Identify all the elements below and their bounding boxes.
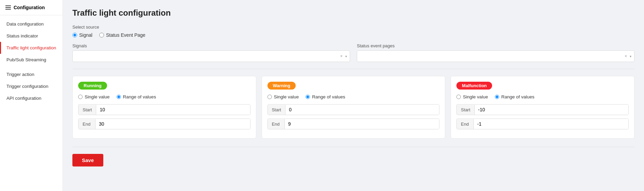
running-end-input[interactable] xyxy=(95,119,250,129)
signal-label: Signal xyxy=(79,32,92,38)
running-start-input[interactable] xyxy=(96,105,250,115)
warning-end-row: End xyxy=(267,118,440,129)
malfunction-start-input[interactable] xyxy=(475,105,628,115)
running-end-label: End xyxy=(79,119,95,129)
warning-end-input[interactable] xyxy=(285,119,439,129)
main-content: Traffic light configuration Select sourc… xyxy=(63,0,644,191)
page-title: Traffic light configuration xyxy=(72,8,634,18)
signal-radio-label[interactable]: Signal xyxy=(72,32,92,38)
bottom-divider xyxy=(72,147,634,147)
warning-range-of-values-label[interactable]: Range of values xyxy=(306,94,345,99)
signal-radio[interactable] xyxy=(72,33,77,37)
warning-end-label: End xyxy=(268,119,285,129)
running-start-label: Start xyxy=(79,105,96,115)
running-badge: Running xyxy=(78,82,107,90)
signals-label: Signals xyxy=(72,43,350,48)
malfunction-end-input[interactable] xyxy=(474,119,628,129)
sidebar-item-status-indicator[interactable]: Status indicator xyxy=(0,30,63,42)
running-single-value-label[interactable]: Single value xyxy=(78,94,110,99)
signals-dropdown[interactable]: × ▾ xyxy=(72,50,350,62)
malfunction-card: Malfunction Single value Range of values… xyxy=(451,76,634,139)
warning-card: Warning Single value Range of values Sta… xyxy=(262,76,446,139)
malfunction-end-row: End xyxy=(456,118,629,129)
warning-value-type-row: Single value Range of values xyxy=(267,94,440,99)
malfunction-range-radio[interactable] xyxy=(495,95,499,99)
malfunction-single-value-radio[interactable] xyxy=(456,95,461,99)
signals-clear-icon[interactable]: × xyxy=(340,54,343,59)
status-event-page-label: Status Event Page xyxy=(106,32,145,38)
malfunction-start-row: Start xyxy=(456,104,629,115)
dropdowns-row: Signals × ▾ Status event pages × ▾ xyxy=(72,43,634,62)
warning-start-row: Start xyxy=(267,104,440,115)
malfunction-badge: Malfunction xyxy=(456,82,492,90)
malfunction-value-type-row: Single value Range of values xyxy=(456,94,629,99)
status-event-page-radio-label[interactable]: Status Event Page xyxy=(99,32,145,38)
status-event-pages-group: Status event pages × ▾ xyxy=(357,43,634,62)
warning-badge: Warning xyxy=(267,82,296,90)
cards-row: Running Single value Range of values Sta… xyxy=(72,76,634,139)
sidebar-item-data-configuration[interactable]: Data configuration xyxy=(0,18,63,30)
warning-start-input[interactable] xyxy=(285,105,439,115)
source-radio-group: Signal Status Event Page xyxy=(72,32,634,38)
sidebar-item-api-configuration[interactable]: API configuration xyxy=(0,92,63,104)
status-event-page-radio[interactable] xyxy=(99,33,104,37)
sidebar-item-traffic-light-configuration[interactable]: Traffic light configuration xyxy=(0,42,63,54)
running-range-radio[interactable] xyxy=(117,95,121,99)
malfunction-end-label: End xyxy=(457,119,474,129)
sidebar-nav: Data configuration Status indicator Traf… xyxy=(0,15,63,107)
sidebar-item-trigger-action[interactable]: Trigger action xyxy=(0,68,63,80)
source-label: Select source xyxy=(72,25,634,30)
warning-single-value-label[interactable]: Single value xyxy=(267,94,299,99)
warning-start-label: Start xyxy=(268,105,285,115)
sidebar: Configuration Data configuration Status … xyxy=(0,0,63,191)
hamburger-icon[interactable] xyxy=(5,5,11,10)
running-start-row: Start xyxy=(78,104,250,115)
running-card: Running Single value Range of values Sta… xyxy=(72,76,256,139)
sidebar-title: Configuration xyxy=(14,5,45,10)
malfunction-range-of-values-label[interactable]: Range of values xyxy=(495,94,535,99)
sidebar-item-trigger-configuration[interactable]: Trigger configuration xyxy=(0,80,63,92)
status-event-pages-label: Status event pages xyxy=(357,43,634,48)
sidebar-header: Configuration xyxy=(0,0,63,15)
warning-range-radio[interactable] xyxy=(306,95,310,99)
running-end-row: End xyxy=(78,118,250,129)
signals-arrow-icon[interactable]: ▾ xyxy=(345,54,347,58)
status-event-pages-clear-icon[interactable]: × xyxy=(625,54,627,59)
warning-single-value-radio[interactable] xyxy=(267,95,272,99)
save-button[interactable]: Save xyxy=(72,154,103,166)
section-divider xyxy=(72,69,634,69)
sidebar-item-pub-sub-streaming[interactable]: Pub/Sub Streaming xyxy=(0,54,63,66)
running-range-of-values-label[interactable]: Range of values xyxy=(117,94,156,99)
running-single-value-radio[interactable] xyxy=(78,95,83,99)
malfunction-single-value-label[interactable]: Single value xyxy=(456,94,488,99)
source-section: Select source Signal Status Event Page xyxy=(72,25,634,38)
signals-group: Signals × ▾ xyxy=(72,43,350,62)
malfunction-start-label: Start xyxy=(457,105,474,115)
status-event-pages-arrow-icon[interactable]: ▾ xyxy=(630,54,631,58)
running-value-type-row: Single value Range of values xyxy=(78,94,250,99)
status-event-pages-dropdown[interactable]: × ▾ xyxy=(357,50,634,62)
